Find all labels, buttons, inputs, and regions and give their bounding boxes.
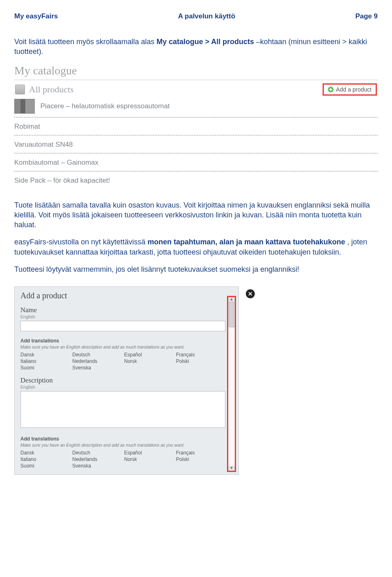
lang-dansk[interactable]: Dansk <box>20 352 70 358</box>
lang-espanol[interactable]: Español <box>124 352 174 358</box>
lang-suomi[interactable]: Suomi <box>20 365 70 371</box>
page-header: My easyFairs A palvelun käyttö Page 9 <box>14 12 378 20</box>
lang-svenska[interactable]: Svenska <box>72 365 122 371</box>
scroll-down-icon[interactable]: ▼ <box>228 466 235 471</box>
header-right: Page 9 <box>355 12 378 20</box>
product-row[interactable]: Side Pack – för ökad kapacitet! <box>14 174 378 188</box>
product-thumbnail <box>14 99 35 114</box>
product-row[interactable]: Varuautomat SN48 <box>14 138 378 152</box>
language-grid-1: Dansk Deutsch Español Français Italiano … <box>20 352 225 371</box>
lang-nederlands[interactable]: Nederlands <box>72 358 122 364</box>
lang-norsk[interactable]: Norsk <box>124 358 174 364</box>
modal-scrollbar[interactable]: ▲ ▼ <box>227 296 236 472</box>
intro-paragraph: Voit lisätä tuotteen myös skrollaamalla … <box>14 37 378 57</box>
all-products-left: All products <box>15 84 74 95</box>
header-left: My easyFairs <box>14 12 58 20</box>
divider <box>14 135 378 136</box>
products-icon <box>15 85 25 94</box>
name-section-label: Name <box>20 306 225 314</box>
all-products-label: All products <box>29 84 74 95</box>
close-icon[interactable]: ✕ <box>246 289 255 298</box>
english-sublabel-2: English <box>20 385 225 389</box>
intro-bold-path: My catalogue > All products <box>156 38 254 46</box>
add-translations-label: Add translations <box>20 338 225 344</box>
description-field[interactable] <box>20 391 225 428</box>
language-grid-2: Dansk Deutsch Español Français Italiano … <box>20 450 225 469</box>
body-paragraph-2: easyFairs-sivustolla on nyt käytettäviss… <box>14 237 378 257</box>
lang-deutsch[interactable]: Deutsch <box>72 352 122 358</box>
scroll-thumb[interactable] <box>229 302 234 327</box>
modal-inner: Add a product Name English Add translati… <box>16 288 237 473</box>
lang-francais[interactable]: Français <box>176 352 225 358</box>
plus-icon <box>328 87 334 92</box>
product-row[interactable]: Piacere – helautomatisk espressoautomat <box>14 97 378 116</box>
lang-polski[interactable]: Polski <box>176 358 225 364</box>
translations-hint-2: Make sure you have an English descriptio… <box>20 443 225 447</box>
product-name: Piacere – helautomatisk espressoautomat <box>40 102 170 110</box>
body-paragraph-3: Tuotteesi löytyvät varmemmin, jos olet l… <box>14 264 378 274</box>
product-row[interactable]: Kombiautomat – Gainomax <box>14 156 378 170</box>
modal-title: Add a product <box>20 291 225 300</box>
lang-espanol[interactable]: Español <box>124 450 174 456</box>
lang-polski[interactable]: Polski <box>176 456 225 462</box>
catalogue-panel: My catalogue All products Add a product … <box>14 64 378 188</box>
description-section-label: Description <box>20 376 225 385</box>
divider <box>14 117 378 118</box>
all-products-row: All products Add a product <box>14 83 378 97</box>
body-p2-bold: monen tapahtuman, alan ja maan kattava t… <box>147 238 345 246</box>
lang-nederlands[interactable]: Nederlands <box>72 456 122 462</box>
header-center: A palvelun käyttö <box>178 12 235 20</box>
body-p2-before: easyFairs-sivustolla on nyt käytettäviss… <box>14 238 147 246</box>
divider <box>14 171 378 172</box>
add-product-modal: ✕ ▲ ▼ Add a product Name English Add tra… <box>14 286 239 475</box>
english-sublabel: English <box>20 314 225 319</box>
name-field[interactable] <box>20 321 225 331</box>
scroll-up-icon[interactable]: ▲ <box>228 297 235 302</box>
catalogue-title: My catalogue <box>14 64 378 80</box>
divider <box>14 153 378 154</box>
product-row[interactable]: Robimat <box>14 120 378 134</box>
lang-deutsch[interactable]: Deutsch <box>72 450 122 456</box>
translations-hint: Make sure you have an English descriptio… <box>20 344 225 349</box>
lang-italiano[interactable]: Italiano <box>20 358 70 364</box>
lang-norsk[interactable]: Norsk <box>124 456 174 462</box>
add-product-label: Add a product <box>336 86 372 93</box>
lang-dansk[interactable]: Dansk <box>20 450 70 456</box>
body-paragraph-1: Tuote lisätään samalla tavalla kuin osas… <box>14 200 378 230</box>
lang-francais[interactable]: Français <box>176 450 225 456</box>
add-translations-label-2: Add translations <box>20 436 225 442</box>
lang-italiano[interactable]: Italiano <box>20 456 70 462</box>
intro-before: Voit lisätä tuotteen myös skrollaamalla … <box>14 38 156 46</box>
add-product-button[interactable]: Add a product <box>323 83 377 96</box>
lang-suomi[interactable]: Suomi <box>20 463 70 469</box>
lang-svenska[interactable]: Svenska <box>72 463 122 469</box>
